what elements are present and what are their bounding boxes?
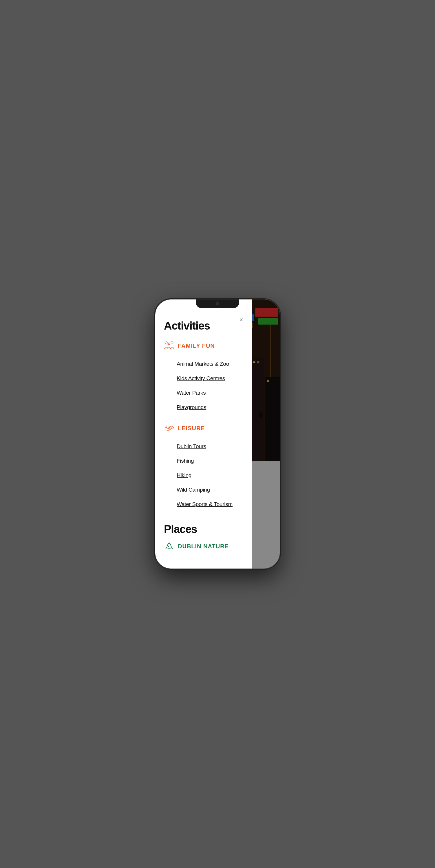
- family-fun-section-header: FAMILY FUN: [164, 341, 243, 351]
- menu-panel: × Activities: [155, 300, 252, 568]
- kids-activity-centres-link[interactable]: Kids Activity Centres: [164, 371, 243, 386]
- leisure-title: LEISURE: [178, 425, 205, 432]
- water-parks-link[interactable]: Water Parks: [164, 386, 243, 400]
- family-icon: [164, 341, 174, 351]
- camera: [216, 302, 219, 305]
- svg-point-17: [265, 414, 268, 421]
- svg-rect-8: [251, 357, 264, 461]
- hiking-link[interactable]: Hiking: [164, 468, 243, 483]
- svg-rect-5: [255, 308, 278, 317]
- animal-markets-zoo-link[interactable]: Animal Markets & Zoo: [164, 357, 243, 371]
- page-title: Activities: [164, 320, 243, 332]
- close-button[interactable]: ×: [237, 315, 246, 324]
- svg-point-20: [171, 342, 173, 344]
- svg-point-19: [168, 343, 170, 345]
- svg-point-30: [169, 546, 170, 546]
- wild-camping-link[interactable]: Wild Camping: [164, 483, 243, 497]
- svg-point-16: [259, 411, 263, 418]
- water-sports-tourism-link[interactable]: Water Sports & Tourism: [164, 497, 243, 512]
- svg-rect-2: [270, 322, 271, 386]
- leisure-icon: [164, 423, 174, 433]
- notch: [196, 300, 239, 308]
- dublin-tours-link[interactable]: Dublin Tours: [164, 439, 243, 454]
- dublin-nature-title: DUBLIN NATURE: [178, 543, 229, 550]
- close-icon: ×: [239, 316, 243, 324]
- section-divider-2: [164, 512, 243, 517]
- section-divider-1: [164, 414, 243, 421]
- svg-rect-13: [253, 361, 255, 363]
- phone-screen: × Activities: [155, 300, 280, 568]
- svg-rect-6: [258, 318, 278, 324]
- svg-rect-15: [267, 380, 269, 382]
- dublin-nature-section-header: DUBLIN NATURE: [164, 541, 243, 552]
- svg-point-18: [165, 342, 167, 344]
- leisure-section-header: LEISURE: [164, 423, 243, 433]
- svg-rect-14: [257, 361, 259, 363]
- phone-frame: × Activities: [155, 300, 280, 568]
- places-title: Places: [164, 523, 243, 535]
- fishing-link[interactable]: Fishing: [164, 454, 243, 468]
- nature-icon: [164, 541, 174, 552]
- playgrounds-link[interactable]: Playgrounds: [164, 400, 243, 414]
- family-fun-title: FAMILY FUN: [178, 343, 215, 349]
- svg-point-29: [168, 546, 169, 547]
